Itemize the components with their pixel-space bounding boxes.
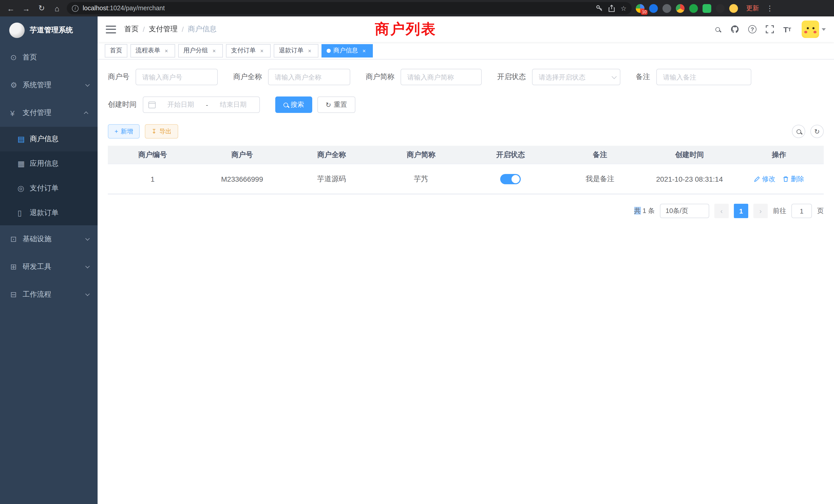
url-host: localhost — [83, 5, 108, 12]
edit-pencil-icon — [754, 176, 760, 182]
sidebar-item-workflow[interactable]: ⊟ 工作流程 — [0, 281, 97, 308]
table-toolbar: + 新增 ↧ 导出 ↻ — [108, 124, 824, 139]
extension-icon-4[interactable] — [676, 4, 684, 13]
edit-link[interactable]: 修改 — [754, 174, 775, 183]
goto-page-input[interactable] — [791, 204, 812, 218]
breadcrumb: 首页 / 支付管理 / 商户信息 — [124, 25, 217, 34]
merchant-card-icon: ▤ — [18, 135, 30, 144]
full-name-input[interactable] — [268, 69, 350, 85]
extension-icon-3[interactable] — [662, 4, 671, 13]
refresh-table-button[interactable]: ↻ — [810, 125, 824, 138]
breadcrumb-home[interactable]: 首页 — [124, 25, 139, 34]
tab-pay-order[interactable]: 支付订单× — [226, 44, 271, 57]
remark-input[interactable] — [656, 69, 751, 85]
search-icon — [796, 129, 801, 134]
forward-icon[interactable]: → — [21, 3, 32, 14]
status-toggle[interactable] — [500, 174, 521, 184]
address-bar[interactable]: i localhost:1024/pay/merchant ☆ — [67, 2, 632, 14]
refund-order-icon: ▯ — [18, 208, 30, 217]
password-key-icon[interactable] — [596, 5, 603, 12]
home-icon[interactable]: ⌂ — [51, 3, 63, 14]
close-icon[interactable]: × — [360, 47, 368, 54]
col-header: 商户号 — [197, 150, 287, 159]
sidebar-item-home[interactable]: ⊙ 首页 — [0, 44, 97, 71]
next-page-button[interactable]: › — [753, 204, 768, 218]
extension-icon-1[interactable]: 10 — [636, 4, 644, 13]
sidebar-item-label: 工作流程 — [23, 290, 51, 299]
search-button-label: 搜索 — [291, 100, 304, 109]
font-size-icon[interactable]: TT — [782, 24, 792, 35]
user-menu[interactable] — [802, 21, 826, 38]
close-icon[interactable]: × — [163, 47, 170, 54]
search-button[interactable]: 搜索 — [275, 96, 312, 113]
app-title: 芋道管理系统 — [30, 25, 73, 35]
close-icon[interactable]: × — [306, 47, 313, 54]
merchant-no-input[interactable] — [136, 69, 218, 85]
delete-link-label: 删除 — [791, 174, 804, 183]
fullscreen-icon[interactable] — [765, 24, 775, 35]
tab-merchant-info[interactable]: 商户信息× — [322, 44, 373, 57]
tab-process-form[interactable]: 流程表单× — [130, 44, 175, 57]
close-icon[interactable]: × — [258, 47, 265, 54]
sidebar-item-label: 退款订单 — [30, 208, 59, 217]
download-icon: ↧ — [152, 128, 157, 135]
reset-button[interactable]: ↻ 重置 — [317, 96, 355, 113]
close-icon[interactable]: × — [211, 47, 218, 54]
page-size-select[interactable]: 10条/页 — [660, 204, 709, 218]
sidebar-toggle-icon[interactable] — [106, 25, 116, 33]
tab-home[interactable]: 首页 — [105, 44, 127, 57]
bookmark-star-icon[interactable]: ☆ — [621, 4, 627, 12]
yen-icon: ¥ — [10, 109, 23, 117]
sidebar-item-infrastructure[interactable]: ⊡ 基础设施 — [0, 225, 97, 253]
extension-icon-8[interactable] — [729, 4, 738, 13]
breadcrumb-payment[interactable]: 支付管理 — [149, 25, 178, 34]
sidebar-item-merchant-info[interactable]: ▤ 商户信息 — [0, 127, 97, 152]
sidebar-item-app-info[interactable]: ▦ 应用信息 — [0, 152, 97, 176]
date-separator: - — [206, 101, 208, 109]
url-text[interactable]: localhost:1024/pay/merchant — [83, 5, 592, 12]
delete-link[interactable]: 删除 — [783, 174, 804, 183]
sidebar-item-label: 基础设施 — [23, 234, 51, 244]
sidebar-item-refund-order[interactable]: ▯ 退款订单 — [0, 201, 97, 225]
extension-icon-7[interactable] — [716, 4, 725, 13]
sidebar-item-payment[interactable]: ¥ 支付管理 — [0, 99, 97, 127]
active-dot — [327, 48, 331, 53]
prev-page-button[interactable]: ‹ — [714, 204, 729, 218]
page-number-1[interactable]: 1 — [734, 204, 748, 218]
extension-icon-6[interactable] — [703, 4, 711, 13]
col-header: 商户全称 — [287, 150, 376, 159]
col-header: 备注 — [555, 150, 645, 159]
github-icon[interactable] — [730, 24, 740, 35]
tab-user-group[interactable]: 用户分组× — [178, 44, 223, 57]
date-range-picker[interactable]: 开始日期 - 结束日期 — [143, 96, 260, 113]
browser-update-button[interactable]: 更新 — [746, 4, 759, 13]
page-annotation-title: 商户列表 — [375, 20, 437, 39]
extension-icon-5[interactable] — [689, 4, 698, 13]
short-name-input[interactable] — [400, 69, 482, 85]
app-logo[interactable]: 芋道管理系统 — [0, 17, 97, 44]
sidebar-item-system[interactable]: ⚙ 系统管理 — [0, 71, 97, 99]
tab-label: 退款订单 — [279, 46, 304, 55]
search-icon[interactable] — [712, 24, 723, 35]
browser-menu-icon[interactable]: ⋮ — [765, 4, 774, 12]
date-end-placeholder: 结束日期 — [212, 100, 254, 109]
table-row: 1 M233666999 芋道源码 芋艿 我是备注 2021-10-23 08:… — [108, 164, 824, 194]
url-path: :1024/pay/merchant — [108, 5, 165, 12]
refresh-icon: ↻ — [326, 101, 331, 109]
sidebar-item-dev-tools[interactable]: ⊞ 研发工具 — [0, 253, 97, 281]
share-icon[interactable] — [608, 4, 615, 12]
tab-refund-order[interactable]: 退款订单× — [274, 44, 319, 57]
reload-icon[interactable]: ↻ — [36, 3, 47, 14]
site-info-icon[interactable]: i — [72, 5, 79, 12]
breadcrumb-current: 商户信息 — [188, 25, 217, 34]
sidebar-item-pay-order[interactable]: ◎ 支付订单 — [0, 176, 97, 201]
back-icon[interactable]: ← — [5, 3, 17, 14]
add-button[interactable]: + 新增 — [108, 124, 140, 139]
extension-icon-2[interactable] — [649, 4, 658, 13]
toggle-search-button[interactable] — [792, 125, 805, 138]
pay-order-icon: ◎ — [18, 184, 30, 193]
short-name-label: 商户简称 — [366, 72, 394, 82]
export-button[interactable]: ↧ 导出 — [145, 124, 178, 139]
status-select[interactable] — [532, 69, 620, 85]
help-icon[interactable]: ? — [747, 24, 758, 35]
